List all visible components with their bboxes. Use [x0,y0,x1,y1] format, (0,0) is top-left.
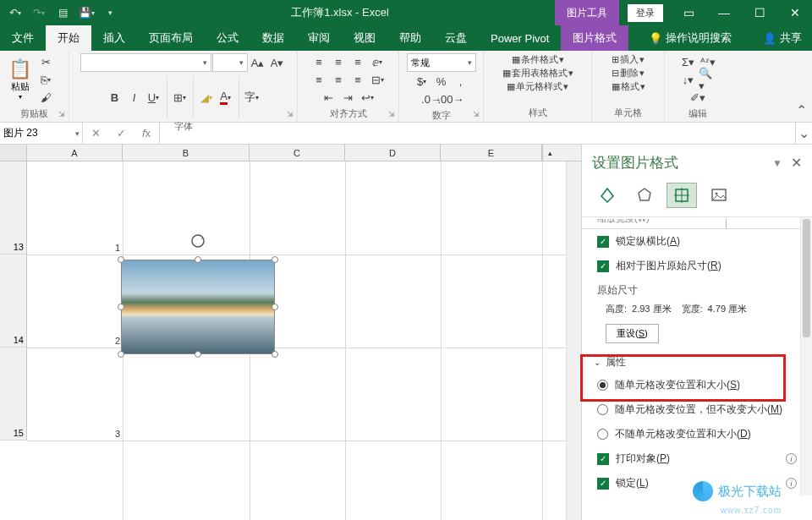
align-center-icon[interactable]: ≡ [329,71,348,88]
row-header-14[interactable]: 14 [0,255,27,348]
phonetic-icon[interactable]: 字▾ [243,89,261,106]
tell-me-search[interactable]: 💡 操作说明搜索 [637,25,743,51]
move-no-size-radio[interactable] [597,404,608,415]
tab-help[interactable]: 帮助 [387,25,433,51]
column-header-d[interactable]: D [345,145,441,161]
qat-customize-icon[interactable]: ▾ [100,3,120,23]
fill-color-icon[interactable]: ◢▾ [197,89,216,106]
tab-picture-format[interactable]: 图片格式 [561,25,628,51]
fill-icon[interactable]: ↓▾ [679,71,698,88]
percent-icon[interactable]: % [432,73,451,90]
increase-font-icon[interactable]: A▴ [249,54,267,71]
merge-icon[interactable]: ⊟▾ [368,71,387,88]
conditional-formatting-button[interactable]: ▦ 条件格式 ▾ [512,53,564,66]
properties-section-toggle[interactable]: ⌄ 属性 [582,348,812,373]
decrease-font-icon[interactable]: A▾ [268,54,287,71]
move-size-radio[interactable] [597,380,608,391]
relative-original-checkbox[interactable]: ✓ [597,260,609,272]
delete-cells-button[interactable]: ⊟ 删除 ▾ [612,67,645,79]
cell-styles-button[interactable]: ▦ 单元格样式 ▾ [507,80,568,93]
decrease-indent-icon[interactable]: ⇤ [320,89,338,106]
share-button[interactable]: 👤共享 [753,25,812,51]
format-painter-icon[interactable]: 🖌 [36,89,55,106]
column-header-e[interactable]: E [441,145,542,161]
maximize-icon[interactable]: ☐ [743,0,776,25]
picture-object[interactable] [121,260,275,354]
font-launcher-icon[interactable]: ⇲ [287,110,294,118]
name-box[interactable]: 图片 23 ▾ [0,123,83,144]
tab-file[interactable]: 文件 [0,25,46,51]
resize-handle-bl[interactable] [118,351,124,358]
expand-formula-bar-icon[interactable]: ⌄ [795,123,812,144]
copy-icon[interactable]: ⎘▾ [36,71,55,88]
autosum-icon[interactable]: Σ▾ [679,53,698,70]
tab-cloud[interactable]: 云盘 [433,25,479,51]
align-middle-icon[interactable]: ≡ [329,53,348,70]
close-icon[interactable]: ✕ [778,0,812,25]
font-size-combo[interactable]: ▾ [212,53,248,72]
print-object-checkbox[interactable]: ✓ [597,453,609,465]
taskpane-menu-icon[interactable]: ▼ [772,157,782,169]
picture-tab-icon[interactable] [704,183,734,208]
increase-indent-icon[interactable]: ⇥ [339,89,358,106]
tab-review[interactable]: 审阅 [296,25,342,51]
scrollbar-thumb[interactable] [803,219,810,337]
column-header-b[interactable]: B [123,145,250,161]
orientation-icon[interactable]: ⅇ▾ [368,53,387,70]
comma-style-icon[interactable]: , [452,73,470,90]
border-icon[interactable]: ⊞▾ [171,89,189,106]
clipboard-launcher-icon[interactable]: ⇲ [58,110,65,118]
font-color-icon[interactable]: A▾ [217,89,235,106]
alignment-launcher-icon[interactable]: ⇲ [388,110,395,118]
bold-icon[interactable]: B [106,89,124,106]
align-left-icon[interactable]: ≡ [310,71,328,88]
tab-home[interactable]: 开始 [46,25,91,51]
underline-icon[interactable]: U▾ [145,89,163,106]
taskpane-scrollbar[interactable] [800,217,812,495]
cut-icon[interactable]: ✂ [36,53,55,70]
resize-handle-tr[interactable] [272,256,278,263]
effects-tab-icon[interactable] [629,183,660,208]
scale-width-spinner[interactable] [726,219,805,229]
fill-line-tab-icon[interactable] [592,183,623,208]
resize-handle-bm[interactable] [195,351,201,358]
lock-aspect-checkbox[interactable]: ✓ [597,236,609,248]
minimize-icon[interactable]: — [707,0,741,25]
undo-icon[interactable]: ↶▾ [5,3,25,23]
size-properties-tab-icon[interactable] [667,183,697,208]
save-icon[interactable]: 💾▾ [76,3,96,23]
scroll-up-icon[interactable]: ▴ [542,145,557,161]
name-box-dropdown-icon[interactable]: ▾ [75,129,80,138]
ribbon-display-icon[interactable]: ▭ [672,0,705,25]
tab-view[interactable]: 视图 [342,25,387,51]
resize-handle-ml[interactable] [118,304,124,310]
font-name-combo[interactable]: ▾ [80,53,211,72]
no-move-size-radio[interactable] [597,429,608,440]
column-header-a[interactable]: A [27,145,123,161]
align-top-icon[interactable]: ≡ [310,53,328,70]
locked-checkbox[interactable]: ✓ [597,478,609,490]
align-right-icon[interactable]: ≡ [348,71,367,88]
paste-button[interactable]: 📋 粘贴 ▾ [5,57,35,102]
touch-mode-icon[interactable]: ▤ [52,3,73,23]
align-bottom-icon[interactable]: ≡ [348,53,367,70]
format-cells-button[interactable]: ▦ 格式 ▾ [612,80,645,93]
clear-icon[interactable]: ✐▾ [689,89,707,106]
tab-page-layout[interactable]: 页面布局 [137,25,205,51]
column-header-c[interactable]: C [250,145,345,161]
rotate-handle-icon[interactable] [189,233,206,249]
italic-icon[interactable]: I [125,89,144,106]
tab-data[interactable]: 数据 [250,25,296,51]
redo-icon[interactable]: ↷▾ [29,3,49,23]
reset-size-button[interactable]: 重设(S) [606,324,659,343]
tab-insert[interactable]: 插入 [91,25,137,51]
resize-handle-mr[interactable] [272,304,278,310]
worksheet-area[interactable]: A B C D E ▴ 13 14 15 1 2 3 [0,145,581,520]
collapse-ribbon-icon[interactable]: ⌃ [796,102,807,118]
row-header-15[interactable]: 15 [0,348,27,441]
info-icon[interactable]: i [786,478,797,489]
decrease-decimal-icon[interactable]: .00→ [442,90,460,107]
number-launcher-icon[interactable]: ⇲ [473,110,480,118]
taskpane-close-icon[interactable]: ✕ [791,155,802,171]
format-as-table-button[interactable]: ▦ 套用表格格式 ▾ [502,67,573,79]
